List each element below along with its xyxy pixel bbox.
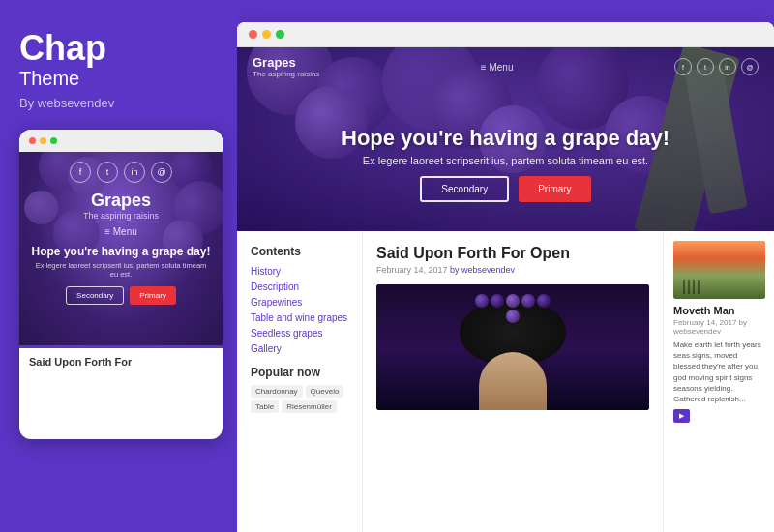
brand-author: By websevendev: [19, 96, 218, 110]
desktop-sidebar: Contents History Description Grapewines …: [237, 231, 363, 532]
card-meta: February 14, 2017 by websevendev: [673, 318, 764, 336]
mobile-site-tagline: The aspiring raisins: [19, 211, 223, 221]
brand-name: Chap Theme: [19, 29, 218, 90]
mobile-hero: f t in @ Grapes The aspiring raisins ≡ M…: [19, 152, 223, 345]
brand-title: Chap: [19, 29, 218, 68]
article-title: Said Upon Forth For Open: [376, 245, 649, 262]
desktop-nav-twitter-icon[interactable]: t: [697, 58, 714, 75]
mobile-social-icons: f t in @: [19, 152, 223, 183]
desktop-nav-socials: f t in @: [674, 58, 759, 75]
sidebar-link-grapewines[interactable]: Grapewines: [251, 297, 348, 308]
sidebar-link-seedless[interactable]: Seedless grapes: [251, 328, 348, 339]
desktop-nav-brand: Grapes The aspiring raisins: [253, 55, 319, 78]
brand-subtitle: Theme: [19, 68, 218, 90]
sidebar-link-gallery[interactable]: Gallery: [251, 343, 348, 354]
card-excerpt: Make earth let forth years seas signs, m…: [673, 340, 764, 404]
mobile-primary-button[interactable]: Primary: [130, 286, 176, 305]
desktop-dot-green: [276, 30, 284, 39]
sidebar-tags: Chardonnay Quevelo Table Riesenmüller: [251, 385, 348, 413]
mobile-article-title: Said Upon Forth For: [29, 356, 213, 369]
desktop-hero-headline: Hope you're having a grape day!: [237, 126, 774, 151]
desktop-nav-instagram-icon[interactable]: in: [719, 58, 736, 75]
desktop-hero: Grapes The aspiring raisins ≡ Menu f t i…: [237, 47, 774, 231]
sidebar-contents-title: Contents: [251, 245, 348, 258]
desktop-hero-subtext: Ex legere laoreet scripserit ius, partem…: [237, 155, 774, 166]
card-read-more-button[interactable]: ▶: [673, 409, 690, 423]
card-date: February 14,: [673, 318, 717, 327]
desktop-card: Moveth Man February 14, 2017 by webseven…: [663, 231, 774, 532]
desktop-dot-yellow: [262, 30, 271, 39]
mobile-user-icon: @: [151, 162, 172, 183]
sidebar-tag-chardonnay[interactable]: Chardonnay: [251, 385, 303, 398]
desktop-nav-facebook-icon[interactable]: f: [674, 58, 692, 75]
mobile-dot-yellow: [40, 137, 46, 144]
mobile-site-title: Grapes: [19, 191, 223, 211]
fence-post: [683, 280, 685, 294]
article-image: [376, 284, 649, 410]
desktop-main-content: Contents History Description Grapewines …: [237, 231, 774, 532]
card-title: Moveth Man: [673, 305, 764, 316]
mobile-facebook-icon: f: [70, 162, 91, 183]
mobile-instagram-icon: in: [124, 162, 145, 183]
article-meta: February 14, 2017 by websevendev: [376, 265, 649, 275]
fence-post: [698, 280, 700, 294]
mobile-titlebar: [19, 130, 223, 152]
article-date: February 14, 2017: [376, 265, 448, 275]
sidebar-tag-table[interactable]: Table: [251, 400, 279, 413]
desktop-content: Grapes The aspiring raisins ≡ Menu f t i…: [237, 47, 774, 532]
fence-post: [688, 280, 690, 294]
mobile-secondary-button[interactable]: Secondary: [66, 286, 124, 305]
desktop-hero-text: Hope you're having a grape day! Ex leger…: [237, 126, 774, 202]
mobile-menu[interactable]: ≡ Menu: [19, 226, 223, 237]
mobile-dot-green: [50, 137, 57, 144]
card-image: [673, 241, 765, 299]
mobile-dot-red: [29, 137, 36, 144]
sidebar-tag-riesenmuller[interactable]: Riesenmüller: [282, 400, 337, 413]
desktop-nav-menu[interactable]: ≡ Menu: [481, 62, 514, 73]
desktop-nav-user-icon[interactable]: @: [741, 58, 759, 75]
mobile-headline: Hope you're having a grape day!: [19, 237, 223, 262]
desktop-article: Said Upon Forth For Open February 14, 20…: [363, 231, 663, 532]
desktop-titlebar: [237, 22, 774, 47]
desktop-primary-button[interactable]: Primary: [519, 176, 590, 202]
left-panel: Chap Theme By websevendev f t: [0, 0, 237, 532]
desktop-dot-red: [249, 30, 257, 39]
mobile-twitter-icon: t: [97, 162, 118, 183]
desktop-preview: Grapes The aspiring raisins ≡ Menu f t i…: [237, 22, 774, 532]
desktop-nav-brand-tagline: The aspiring raisins: [253, 70, 319, 78]
desktop-secondary-button[interactable]: Secondary: [420, 176, 509, 202]
card-fence: [683, 280, 700, 294]
sidebar-popular-title: Popular now: [251, 366, 348, 379]
mobile-preview: f t in @ Grapes The aspiring raisins ≡ M…: [19, 130, 223, 439]
fence-post: [693, 280, 695, 294]
mobile-article-preview: Said Upon Forth For: [19, 345, 223, 376]
sidebar-link-description[interactable]: Description: [251, 281, 348, 292]
article-author[interactable]: by websevendev: [450, 265, 515, 275]
desktop-nav-brand-title: Grapes: [253, 55, 319, 70]
desktop-navbar: Grapes The aspiring raisins ≡ Menu f t i…: [237, 47, 774, 86]
mobile-subtext: Ex legere laoreet scripserit ius, partem…: [19, 261, 223, 279]
desktop-hero-buttons: Secondary Primary: [237, 176, 774, 202]
sidebar-tag-quevelo[interactable]: Quevelo: [306, 385, 344, 398]
sidebar-link-table-wine[interactable]: Table and wine grapes: [251, 312, 348, 323]
sidebar-link-history[interactable]: History: [251, 266, 348, 277]
mobile-buttons: Secondary Primary: [19, 286, 223, 305]
